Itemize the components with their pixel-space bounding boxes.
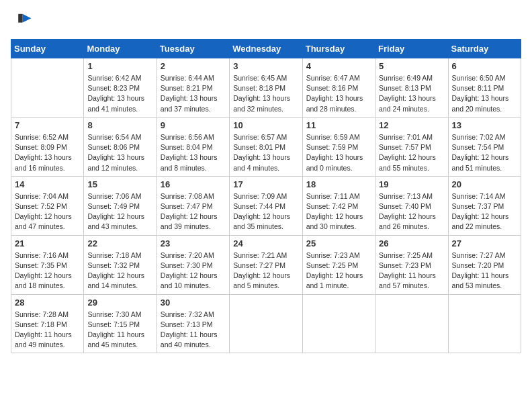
day-number: 28 xyxy=(15,298,80,308)
header-day-wednesday: Wednesday xyxy=(230,40,302,58)
day-number: 2 xyxy=(161,61,226,71)
calendar-cell xyxy=(375,294,448,353)
calendar-cell: 17Sunrise: 7:09 AM Sunset: 7:44 PM Dayli… xyxy=(230,176,302,235)
day-info: Sunrise: 7:30 AM Sunset: 7:15 PM Dayligh… xyxy=(87,310,152,351)
calendar-cell: 30Sunrise: 7:32 AM Sunset: 7:13 PM Dayli… xyxy=(157,294,229,353)
day-info: Sunrise: 7:32 AM Sunset: 7:13 PM Dayligh… xyxy=(161,310,226,351)
day-number: 22 xyxy=(87,238,152,248)
calendar-cell: 16Sunrise: 7:08 AM Sunset: 7:47 PM Dayli… xyxy=(157,176,229,235)
calendar-cell: 5Sunrise: 6:49 AM Sunset: 8:13 PM Daylig… xyxy=(375,58,448,118)
calendar-cell: 6Sunrise: 6:50 AM Sunset: 8:11 PM Daylig… xyxy=(448,58,521,118)
calendar-cell: 4Sunrise: 6:47 AM Sunset: 8:16 PM Daylig… xyxy=(302,58,375,118)
calendar-cell xyxy=(302,294,375,353)
calendar-cell xyxy=(11,58,84,118)
header-day-saturday: Saturday xyxy=(448,40,521,58)
day-info: Sunrise: 7:13 AM Sunset: 7:40 PM Dayligh… xyxy=(379,191,444,232)
calendar-cell: 7Sunrise: 6:52 AM Sunset: 8:09 PM Daylig… xyxy=(11,117,84,176)
calendar-cell: 9Sunrise: 6:56 AM Sunset: 8:04 PM Daylig… xyxy=(157,117,229,176)
calendar-cell: 2Sunrise: 6:44 AM Sunset: 8:21 PM Daylig… xyxy=(157,58,229,118)
day-number: 12 xyxy=(379,120,444,130)
day-number: 29 xyxy=(87,298,152,308)
day-number: 20 xyxy=(452,179,517,189)
day-info: Sunrise: 6:44 AM Sunset: 8:21 PM Dayligh… xyxy=(161,73,226,114)
page-header xyxy=(11,11,521,32)
day-info: Sunrise: 6:45 AM Sunset: 8:18 PM Dayligh… xyxy=(233,73,298,114)
day-info: Sunrise: 7:27 AM Sunset: 7:20 PM Dayligh… xyxy=(452,250,517,291)
day-info: Sunrise: 7:06 AM Sunset: 7:49 PM Dayligh… xyxy=(87,191,152,232)
week-row-4: 21Sunrise: 7:16 AM Sunset: 7:35 PM Dayli… xyxy=(11,235,521,294)
calendar-cell: 22Sunrise: 7:18 AM Sunset: 7:32 PM Dayli… xyxy=(84,235,157,294)
day-info: Sunrise: 6:42 AM Sunset: 8:23 PM Dayligh… xyxy=(87,73,152,114)
day-number: 14 xyxy=(15,179,80,189)
calendar-cell: 8Sunrise: 6:54 AM Sunset: 8:06 PM Daylig… xyxy=(84,117,157,176)
calendar-cell: 20Sunrise: 7:14 AM Sunset: 7:37 PM Dayli… xyxy=(448,176,521,235)
day-number: 18 xyxy=(306,179,371,189)
day-number: 30 xyxy=(161,298,226,308)
svg-marker-1 xyxy=(18,14,22,23)
day-number: 27 xyxy=(452,238,517,248)
calendar-body: 1Sunrise: 6:42 AM Sunset: 8:23 PM Daylig… xyxy=(11,58,521,353)
day-info: Sunrise: 6:56 AM Sunset: 8:04 PM Dayligh… xyxy=(161,132,226,173)
day-number: 16 xyxy=(161,179,226,189)
day-number: 13 xyxy=(452,120,517,130)
calendar-cell: 15Sunrise: 7:06 AM Sunset: 7:49 PM Dayli… xyxy=(84,176,157,235)
day-number: 10 xyxy=(233,120,298,130)
calendar-cell: 12Sunrise: 7:01 AM Sunset: 7:57 PM Dayli… xyxy=(375,117,448,176)
header-day-thursday: Thursday xyxy=(302,40,375,58)
day-info: Sunrise: 7:02 AM Sunset: 7:54 PM Dayligh… xyxy=(452,132,517,173)
day-number: 5 xyxy=(379,61,444,71)
header-day-friday: Friday xyxy=(375,40,448,58)
day-info: Sunrise: 6:57 AM Sunset: 8:01 PM Dayligh… xyxy=(233,132,298,173)
calendar-cell: 24Sunrise: 7:21 AM Sunset: 7:27 PM Dayli… xyxy=(230,235,302,294)
day-info: Sunrise: 6:49 AM Sunset: 8:13 PM Dayligh… xyxy=(379,73,444,114)
svg-marker-0 xyxy=(23,14,32,23)
day-info: Sunrise: 7:08 AM Sunset: 7:47 PM Dayligh… xyxy=(161,191,226,232)
day-number: 3 xyxy=(233,61,298,71)
calendar-cell: 18Sunrise: 7:11 AM Sunset: 7:42 PM Dayli… xyxy=(302,176,375,235)
calendar-cell xyxy=(230,294,302,353)
day-info: Sunrise: 7:20 AM Sunset: 7:30 PM Dayligh… xyxy=(161,250,226,291)
header-day-sunday: Sunday xyxy=(11,40,84,58)
day-number: 9 xyxy=(161,120,226,130)
day-number: 17 xyxy=(233,179,298,189)
calendar-cell: 14Sunrise: 7:04 AM Sunset: 7:52 PM Dayli… xyxy=(11,176,84,235)
day-number: 25 xyxy=(306,238,371,248)
day-info: Sunrise: 7:01 AM Sunset: 7:57 PM Dayligh… xyxy=(379,132,444,173)
calendar-cell: 3Sunrise: 6:45 AM Sunset: 8:18 PM Daylig… xyxy=(230,58,302,118)
calendar-cell: 13Sunrise: 7:02 AM Sunset: 7:54 PM Dayli… xyxy=(448,117,521,176)
header-day-tuesday: Tuesday xyxy=(157,40,229,58)
calendar-cell: 1Sunrise: 6:42 AM Sunset: 8:23 PM Daylig… xyxy=(84,58,157,118)
day-info: Sunrise: 7:25 AM Sunset: 7:23 PM Dayligh… xyxy=(379,250,444,291)
day-info: Sunrise: 7:21 AM Sunset: 7:27 PM Dayligh… xyxy=(233,250,298,291)
day-info: Sunrise: 7:23 AM Sunset: 7:25 PM Dayligh… xyxy=(306,250,371,291)
calendar-cell: 10Sunrise: 6:57 AM Sunset: 8:01 PM Dayli… xyxy=(230,117,302,176)
day-number: 15 xyxy=(87,179,152,189)
calendar-cell: 28Sunrise: 7:28 AM Sunset: 7:18 PM Dayli… xyxy=(11,294,84,353)
calendar-cell: 29Sunrise: 7:30 AM Sunset: 7:15 PM Dayli… xyxy=(84,294,157,353)
day-info: Sunrise: 6:52 AM Sunset: 8:09 PM Dayligh… xyxy=(15,132,80,173)
day-number: 24 xyxy=(233,238,298,248)
day-info: Sunrise: 7:09 AM Sunset: 7:44 PM Dayligh… xyxy=(233,191,298,232)
day-number: 26 xyxy=(379,238,444,248)
calendar-cell: 23Sunrise: 7:20 AM Sunset: 7:30 PM Dayli… xyxy=(157,235,229,294)
calendar-table: SundayMondayTuesdayWednesdayThursdayFrid… xyxy=(11,39,521,353)
day-number: 8 xyxy=(87,120,152,130)
day-number: 23 xyxy=(161,238,226,248)
day-number: 4 xyxy=(306,61,371,71)
day-info: Sunrise: 6:50 AM Sunset: 8:11 PM Dayligh… xyxy=(452,73,517,114)
calendar-cell: 26Sunrise: 7:25 AM Sunset: 7:23 PM Dayli… xyxy=(375,235,448,294)
day-info: Sunrise: 7:18 AM Sunset: 7:32 PM Dayligh… xyxy=(87,250,152,291)
day-number: 6 xyxy=(452,61,517,71)
calendar-cell: 27Sunrise: 7:27 AM Sunset: 7:20 PM Dayli… xyxy=(448,235,521,294)
day-info: Sunrise: 6:54 AM Sunset: 8:06 PM Dayligh… xyxy=(87,132,152,173)
day-number: 21 xyxy=(15,238,80,248)
week-row-5: 28Sunrise: 7:28 AM Sunset: 7:18 PM Dayli… xyxy=(11,294,521,353)
day-info: Sunrise: 7:14 AM Sunset: 7:37 PM Dayligh… xyxy=(452,191,517,232)
calendar-cell: 25Sunrise: 7:23 AM Sunset: 7:25 PM Dayli… xyxy=(302,235,375,294)
week-row-3: 14Sunrise: 7:04 AM Sunset: 7:52 PM Dayli… xyxy=(11,176,521,235)
day-number: 1 xyxy=(87,61,152,71)
week-row-2: 7Sunrise: 6:52 AM Sunset: 8:09 PM Daylig… xyxy=(11,117,521,176)
calendar-header: SundayMondayTuesdayWednesdayThursdayFrid… xyxy=(11,40,521,58)
header-row: SundayMondayTuesdayWednesdayThursdayFrid… xyxy=(11,40,521,58)
calendar-cell: 11Sunrise: 6:59 AM Sunset: 7:59 PM Dayli… xyxy=(302,117,375,176)
